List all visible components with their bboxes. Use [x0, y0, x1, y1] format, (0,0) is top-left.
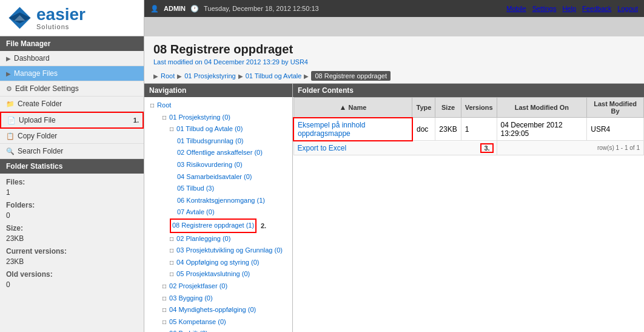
files-label: Files:	[6, 177, 138, 188]
tree-root[interactable]: □ Root	[148, 100, 289, 112]
size-value: 23KB	[6, 234, 138, 246]
tree-prosjektutvikling[interactable]: □ 03 Prosjektutvikling og Grunnlag (0)	[163, 245, 289, 257]
folders-value: 0	[6, 211, 138, 223]
tree-prosjektfaser[interactable]: □ 02 Prosjektfaser (0)	[155, 280, 289, 293]
arrow-icon: ▶	[6, 55, 11, 62]
file-versions: 1	[461, 118, 497, 141]
tree-risiko[interactable]: 03 Risikovurdering (0)	[170, 159, 289, 171]
size-label: Size:	[6, 223, 138, 234]
copy-icon: 📋	[6, 132, 15, 140]
export-cell: Export to Excel 3.	[293, 141, 497, 155]
mobile-link[interactable]: Mobile	[506, 5, 526, 12]
folder-icon: 📁	[6, 100, 15, 108]
page-title-area: 08 Registrere oppdraget Last modified on…	[144, 36, 644, 69]
logo-company: easier	[36, 6, 86, 23]
current-versions-value: 23KB	[6, 257, 138, 269]
search-icon: 🔍	[6, 147, 15, 155]
file-size: 23KB	[435, 118, 461, 141]
file-name-cell[interactable]: Eksempel på innhold oppdragsmappe	[293, 118, 412, 141]
top-bar-right: Mobile Settings Help Feedback Logout	[506, 5, 638, 12]
tree-registrere[interactable]: 08 Registrere oppdraget (1)	[172, 220, 254, 232]
sidebar-item-manage-files[interactable]: ▶ Manage Files	[0, 66, 144, 81]
top-bar: 👤 ADMIN 🕐 Tuesday, December 18, 2012 12:…	[144, 0, 644, 17]
sidebar-item-label: Edit Folder Settings	[15, 84, 79, 93]
breadcrumb-sep3: ▶	[304, 73, 309, 80]
page-subtitle: Last modified on 04 December 2012 13:29 …	[153, 58, 635, 66]
breadcrumb-tilbud[interactable]: 01 Tilbud og Avtale	[246, 72, 302, 80]
page-title: 08 Registrere oppdraget	[153, 42, 635, 56]
admin-label: ADMIN	[164, 5, 186, 12]
export-row: Export to Excel 3. row(s) 1 - 1 of 1	[293, 141, 644, 155]
top-bar-left: 👤 ADMIN 🕐 Tuesday, December 18, 2012 12:…	[150, 5, 319, 13]
sidebar-item-create-folder[interactable]: 📁 Create Folder	[0, 97, 144, 112]
breadcrumb: ▶ Root ▶ 01 Prosjekstyring ▶ 01 Tilbud o…	[144, 69, 644, 83]
help-link[interactable]: Help	[562, 5, 576, 12]
tree-avtale[interactable]: 07 Avtale (0)	[170, 206, 289, 219]
folder-panel: Folder Contents ▲ Name Type Size	[293, 84, 644, 332]
user-icon: 👤	[150, 5, 159, 13]
file-modified-by: USR4	[587, 118, 644, 141]
navigation-panel-header: Navigation	[144, 84, 292, 97]
tree-bedrift[interactable]: □ 06 Bedrift (0)	[155, 328, 289, 332]
tree-oppfolging[interactable]: □ 04 Oppfølging og styring (0)	[163, 257, 289, 269]
col-last-modified-by: Last Modified By	[587, 98, 644, 118]
tree-prosjektavs[interactable]: □ 05 Prosjektavslutning (0)	[163, 268, 289, 280]
tree-prosjekstyring[interactable]: □ 01 Prosjekstyring (0)	[155, 112, 289, 124]
sidebar-item-edit-folder-settings[interactable]: ⚙ Edit Folder Settings	[0, 81, 144, 97]
folders-label: Folders:	[6, 200, 138, 211]
tree-tilbudsgrunnlag[interactable]: 01 Tilbudsgrunnlag (0)	[170, 135, 289, 147]
sidebar-item-dashboard[interactable]: ▶ Dashboard	[0, 51, 144, 66]
folder-statistics: Files: 1 Folders: 0 Size: 23KB Current v…	[0, 174, 144, 295]
breadcrumb-root[interactable]: Root	[161, 72, 175, 80]
sidebar-item-label: Manage Files	[14, 69, 58, 78]
sidebar-item-label: Upload File	[19, 116, 56, 124]
gear-icon: ⚙	[6, 85, 12, 93]
panels: Navigation □ Root □ 01 Prosjekstyring (0…	[144, 83, 644, 332]
tree-kontrakts[interactable]: 06 Kontraktsgjennomgang (1)	[170, 195, 289, 207]
folder-statistics-header: Folder Statistics	[0, 159, 144, 174]
tree-offentlige[interactable]: 02 Offentlige anskaffelser (0)	[170, 147, 289, 159]
logout-link[interactable]: Logout	[617, 5, 638, 12]
old-versions-value: 0	[6, 280, 138, 292]
feedback-link[interactable]: Feedback	[582, 5, 611, 12]
sidebar-item-upload-file[interactable]: 📄 Upload File 1.	[0, 112, 144, 129]
col-size: Size	[435, 98, 461, 118]
clock-icon: 🕐	[190, 5, 199, 13]
tree-kompetanse[interactable]: □ 05 Kompetanse (0)	[155, 316, 289, 328]
folder-table: ▲ Name Type Size Versions Last Modified …	[293, 97, 644, 155]
logo-icon	[6, 4, 33, 32]
sidebar-item-label: Copy Folder	[18, 132, 57, 140]
arrow-icon: ▶	[6, 70, 11, 77]
breadcrumb-arrow: ▶	[153, 73, 158, 80]
col-versions: Versions	[461, 98, 497, 118]
content-area: 08 Registrere oppdraget Last modified on…	[144, 36, 644, 332]
sidebar-item-label: Dashboard	[14, 54, 50, 63]
breadcrumb-prosjekstyring[interactable]: 01 Prosjekstyring	[184, 72, 235, 80]
sidebar-item-search-folder[interactable]: 🔍 Search Folder	[0, 144, 144, 159]
export-to-excel-link[interactable]: Export to Excel	[298, 144, 347, 152]
file-manager-header: File Manager	[0, 36, 144, 51]
annotation-1: 1.	[133, 117, 139, 124]
settings-link[interactable]: Settings	[532, 5, 557, 12]
sidebar-item-copy-folder[interactable]: 📋 Copy Folder	[0, 129, 144, 144]
logo-area: easier Solutions	[0, 0, 144, 36]
tree-planlegging[interactable]: □ 02 Planlegging (0)	[163, 233, 289, 245]
col-last-modified-on: Last Modified On	[497, 98, 587, 118]
file-icon: 📄	[7, 117, 16, 124]
tree-myndighets[interactable]: □ 04 Myndighets-oppfølging (0)	[155, 304, 289, 316]
tree-samarb[interactable]: 04 Samarbeidsavtaler (0)	[170, 171, 289, 183]
current-versions-label: Current versions:	[6, 246, 138, 257]
file-link[interactable]: Eksempel på innhold oppdragsmappe	[298, 121, 365, 138]
folder-panel-header: Folder Contents	[293, 84, 644, 97]
tree-tilbud-avtale[interactable]: □ 01 Tilbud og Avtale (0)	[163, 123, 289, 135]
annotation-2: 2.	[261, 220, 266, 231]
old-versions-label: Old versions:	[6, 269, 138, 280]
tree-tilbud[interactable]: 05 Tilbud (3)	[170, 183, 289, 195]
sidebar-item-label: Search Folder	[18, 147, 63, 155]
breadcrumb-current[interactable]: 08 Registrere oppdraget	[311, 71, 391, 81]
file-modified-on: 04 December 2012 13:29:05	[497, 118, 587, 141]
tree-bygging[interactable]: □ 03 Bygging (0)	[155, 293, 289, 305]
table-row: Eksempel på innhold oppdragsmappe doc 23…	[293, 118, 644, 141]
file-type: doc	[412, 118, 435, 141]
breadcrumb-sep1: ▶	[177, 73, 182, 80]
